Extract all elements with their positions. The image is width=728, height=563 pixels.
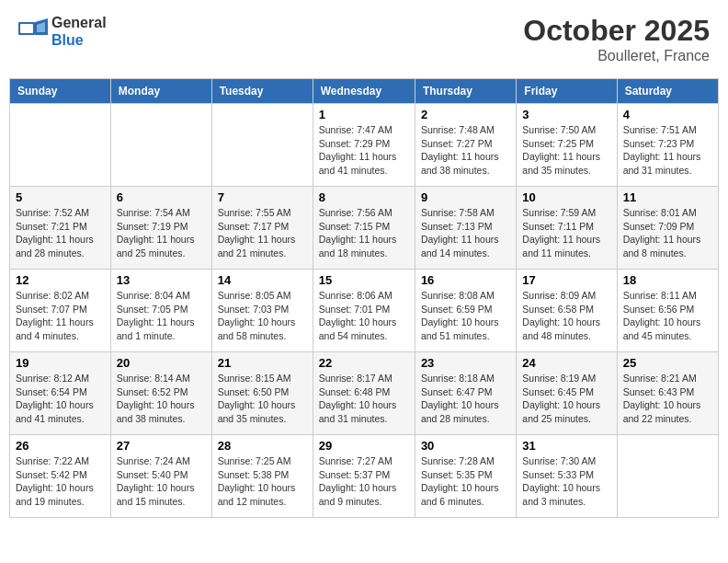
calendar-week-3: 12Sunrise: 8:02 AM Sunset: 7:07 PM Dayli… (10, 270, 719, 352)
calendar-cell: 5Sunrise: 7:52 AM Sunset: 7:21 PM Daylig… (10, 187, 111, 270)
day-number: 6 (117, 190, 206, 204)
calendar-cell: 6Sunrise: 7:54 AM Sunset: 7:19 PM Daylig… (110, 187, 211, 270)
day-number: 19 (16, 356, 105, 370)
day-number: 28 (218, 439, 307, 453)
calendar-cell: 10Sunrise: 7:59 AM Sunset: 7:11 PM Dayli… (517, 187, 617, 270)
day-info: Sunrise: 8:14 AM Sunset: 6:52 PM Dayligh… (117, 372, 206, 426)
weekday-header-sunday: Sunday (10, 79, 111, 104)
day-number: 8 (319, 190, 409, 204)
calendar-cell: 24Sunrise: 8:19 AM Sunset: 6:45 PM Dayli… (517, 352, 617, 435)
calendar-cell: 19Sunrise: 8:12 AM Sunset: 6:54 PM Dayli… (10, 352, 111, 435)
calendar-cell (10, 104, 111, 187)
day-info: Sunrise: 8:19 AM Sunset: 6:45 PM Dayligh… (522, 372, 610, 426)
day-number: 27 (117, 439, 206, 453)
day-info: Sunrise: 8:11 AM Sunset: 6:56 PM Dayligh… (623, 289, 712, 343)
day-number: 15 (319, 273, 409, 287)
logo: General Blue (18, 14, 107, 49)
weekday-header-saturday: Saturday (617, 79, 718, 104)
calendar-cell: 16Sunrise: 8:08 AM Sunset: 6:59 PM Dayli… (415, 270, 516, 352)
calendar-cell: 11Sunrise: 8:01 AM Sunset: 7:09 PM Dayli… (617, 187, 718, 270)
day-number: 14 (218, 273, 307, 287)
calendar-cell: 21Sunrise: 8:15 AM Sunset: 6:50 PM Dayli… (211, 352, 313, 435)
day-info: Sunrise: 7:47 AM Sunset: 7:29 PM Dayligh… (319, 123, 409, 178)
weekday-header-wednesday: Wednesday (313, 79, 415, 104)
calendar-cell: 14Sunrise: 8:05 AM Sunset: 7:03 PM Dayli… (211, 270, 313, 352)
day-info: Sunrise: 7:54 AM Sunset: 7:19 PM Dayligh… (117, 206, 206, 260)
page-header: General Blue October 2025 Boulleret, Fra… (9, 9, 719, 69)
day-info: Sunrise: 7:59 AM Sunset: 7:11 PM Dayligh… (522, 206, 610, 260)
calendar-cell: 17Sunrise: 8:09 AM Sunset: 6:58 PM Dayli… (517, 270, 617, 352)
day-number: 12 (16, 273, 105, 287)
day-info: Sunrise: 7:22 AM Sunset: 5:42 PM Dayligh… (16, 454, 105, 509)
calendar-cell (211, 104, 313, 187)
calendar-week-5: 26Sunrise: 7:22 AM Sunset: 5:42 PM Dayli… (10, 435, 719, 518)
calendar-cell: 23Sunrise: 8:18 AM Sunset: 6:47 PM Dayli… (415, 352, 516, 435)
calendar-cell: 28Sunrise: 7:25 AM Sunset: 5:38 PM Dayli… (211, 435, 313, 518)
day-number: 24 (522, 356, 610, 370)
day-info: Sunrise: 8:18 AM Sunset: 6:47 PM Dayligh… (421, 372, 510, 426)
svg-rect-1 (20, 24, 33, 33)
calendar-cell: 18Sunrise: 8:11 AM Sunset: 6:56 PM Dayli… (617, 270, 718, 352)
day-info: Sunrise: 7:48 AM Sunset: 7:27 PM Dayligh… (421, 123, 510, 178)
day-info: Sunrise: 7:28 AM Sunset: 5:35 PM Dayligh… (421, 454, 510, 509)
day-info: Sunrise: 8:04 AM Sunset: 7:05 PM Dayligh… (117, 289, 206, 343)
day-number: 7 (218, 190, 307, 204)
calendar-week-2: 5Sunrise: 7:52 AM Sunset: 7:21 PM Daylig… (10, 187, 719, 270)
day-number: 22 (319, 356, 409, 370)
calendar-cell (110, 104, 211, 187)
day-info: Sunrise: 7:30 AM Sunset: 5:33 PM Dayligh… (522, 454, 610, 509)
calendar-cell: 25Sunrise: 8:21 AM Sunset: 6:43 PM Dayli… (617, 352, 718, 435)
calendar-cell: 22Sunrise: 8:17 AM Sunset: 6:48 PM Dayli… (313, 352, 415, 435)
month-title: October 2025 (523, 14, 710, 48)
day-info: Sunrise: 7:27 AM Sunset: 5:37 PM Dayligh… (319, 454, 409, 509)
day-info: Sunrise: 8:06 AM Sunset: 7:01 PM Dayligh… (319, 289, 409, 343)
calendar-week-4: 19Sunrise: 8:12 AM Sunset: 6:54 PM Dayli… (10, 352, 719, 435)
day-number: 5 (16, 190, 105, 204)
weekday-header-friday: Friday (517, 79, 617, 104)
calendar-cell: 1Sunrise: 7:47 AM Sunset: 7:29 PM Daylig… (313, 104, 415, 187)
logo-general-text: General (51, 14, 107, 31)
day-number: 2 (421, 108, 510, 121)
day-info: Sunrise: 7:52 AM Sunset: 7:21 PM Dayligh… (16, 206, 105, 260)
day-number: 11 (623, 190, 712, 204)
calendar-cell: 26Sunrise: 7:22 AM Sunset: 5:42 PM Dayli… (10, 435, 111, 518)
day-number: 13 (117, 273, 206, 287)
day-info: Sunrise: 8:02 AM Sunset: 7:07 PM Dayligh… (16, 289, 105, 343)
day-info: Sunrise: 7:55 AM Sunset: 7:17 PM Dayligh… (218, 206, 307, 260)
day-info: Sunrise: 7:25 AM Sunset: 5:38 PM Dayligh… (218, 454, 307, 509)
day-info: Sunrise: 7:24 AM Sunset: 5:40 PM Dayligh… (117, 454, 206, 509)
day-number: 17 (522, 273, 610, 287)
day-number: 20 (117, 356, 206, 370)
calendar-cell: 3Sunrise: 7:50 AM Sunset: 7:25 PM Daylig… (517, 104, 617, 187)
day-number: 23 (421, 356, 510, 370)
weekday-header-tuesday: Tuesday (211, 79, 313, 104)
calendar-cell: 12Sunrise: 8:02 AM Sunset: 7:07 PM Dayli… (10, 270, 111, 352)
calendar-cell: 13Sunrise: 8:04 AM Sunset: 7:05 PM Dayli… (110, 270, 211, 352)
day-number: 10 (522, 190, 610, 204)
calendar-cell: 15Sunrise: 8:06 AM Sunset: 7:01 PM Dayli… (313, 270, 415, 352)
day-number: 1 (319, 108, 409, 121)
day-info: Sunrise: 7:50 AM Sunset: 7:25 PM Dayligh… (522, 123, 610, 178)
calendar-cell: 29Sunrise: 7:27 AM Sunset: 5:37 PM Dayli… (313, 435, 415, 518)
logo-icon (18, 18, 48, 44)
calendar-cell: 9Sunrise: 7:58 AM Sunset: 7:13 PM Daylig… (415, 187, 516, 270)
weekday-header-monday: Monday (110, 79, 211, 104)
location: Boulleret, France (523, 48, 710, 64)
calendar-cell (617, 435, 718, 518)
calendar-cell: 31Sunrise: 7:30 AM Sunset: 5:33 PM Dayli… (517, 435, 617, 518)
day-info: Sunrise: 8:09 AM Sunset: 6:58 PM Dayligh… (522, 289, 610, 343)
calendar-cell: 4Sunrise: 7:51 AM Sunset: 7:23 PM Daylig… (617, 104, 718, 187)
calendar-cell: 20Sunrise: 8:14 AM Sunset: 6:52 PM Dayli… (110, 352, 211, 435)
day-info: Sunrise: 7:58 AM Sunset: 7:13 PM Dayligh… (421, 206, 510, 260)
logo-blue-text: Blue (51, 31, 107, 49)
calendar-cell: 2Sunrise: 7:48 AM Sunset: 7:27 PM Daylig… (415, 104, 516, 187)
day-info: Sunrise: 8:08 AM Sunset: 6:59 PM Dayligh… (421, 289, 510, 343)
calendar-header-row: SundayMondayTuesdayWednesdayThursdayFrid… (10, 79, 719, 104)
day-info: Sunrise: 8:01 AM Sunset: 7:09 PM Dayligh… (623, 206, 712, 260)
calendar-table: SundayMondayTuesdayWednesdayThursdayFrid… (9, 78, 719, 518)
calendar-cell: 27Sunrise: 7:24 AM Sunset: 5:40 PM Dayli… (110, 435, 211, 518)
day-number: 30 (421, 439, 510, 453)
day-number: 3 (522, 108, 610, 121)
calendar-cell: 7Sunrise: 7:55 AM Sunset: 7:17 PM Daylig… (211, 187, 313, 270)
day-number: 29 (319, 439, 409, 453)
